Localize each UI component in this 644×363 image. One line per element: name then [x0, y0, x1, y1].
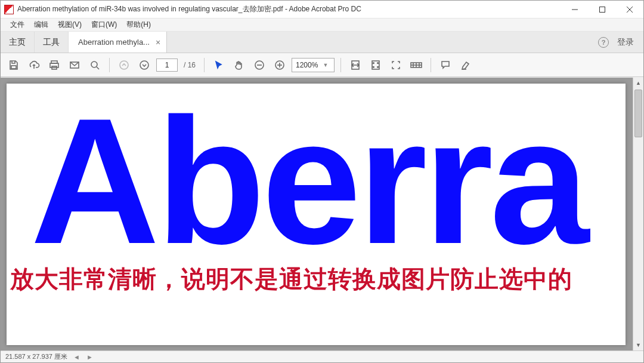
save-icon[interactable] — [5, 57, 22, 73]
window-title: Aberration methylation of miR-34b was in… — [17, 4, 361, 14]
zoom-value: 1200% — [296, 61, 318, 69]
toolbar-separator — [109, 58, 110, 72]
menu-help[interactable]: 帮助(H) — [123, 20, 154, 30]
page-up-icon[interactable] — [116, 57, 132, 73]
svg-line-10 — [97, 67, 99, 69]
tab-close-icon[interactable]: × — [156, 38, 160, 47]
comment-icon[interactable] — [437, 57, 454, 73]
toolbar-separator — [340, 58, 341, 72]
content-area: Aberra 放大非常清晰，说明不是通过转换成图片防止选中的 ▲ ▼ — [1, 78, 643, 350]
tab-document-label: Aberration methyla... — [78, 38, 150, 47]
cloud-upload-icon[interactable] — [26, 57, 42, 73]
menu-view[interactable]: 视图(V) — [54, 20, 85, 30]
vertical-scrollbar[interactable]: ▲ ▼ — [633, 78, 643, 350]
chevron-down-icon: ▼ — [323, 62, 328, 68]
toolbar-separator — [204, 58, 205, 72]
page-total-label: / 16 — [181, 61, 198, 69]
menu-window[interactable]: 窗口(W) — [88, 20, 120, 30]
svg-rect-1 — [600, 7, 605, 12]
toolbar-separator — [431, 58, 431, 72]
zoom-in-icon[interactable] — [271, 57, 288, 73]
menubar: 文件 编辑 视图(V) 窗口(W) 帮助(H) — [1, 19, 643, 32]
tab-document[interactable]: Aberration methyla... × — [69, 32, 167, 53]
scroll-thumb[interactable] — [634, 90, 642, 137]
fullscreen-icon[interactable] — [388, 57, 404, 73]
mail-icon[interactable] — [66, 57, 83, 73]
svg-point-12 — [140, 61, 148, 69]
horizontal-scroll-arrows[interactable]: ◄ ► — [73, 353, 95, 361]
tab-tools[interactable]: 工具 — [35, 32, 69, 53]
login-link[interactable]: 登录 — [617, 37, 634, 48]
print-icon[interactable] — [46, 57, 63, 73]
fit-width-icon[interactable] — [347, 57, 364, 73]
maximize-button[interactable] — [589, 1, 616, 18]
fit-page-icon[interactable] — [367, 57, 384, 73]
tab-home[interactable]: 主页 — [1, 32, 35, 53]
page-down-icon[interactable] — [136, 57, 153, 73]
help-icon[interactable]: ? — [598, 37, 609, 48]
app-icon — [4, 5, 14, 14]
tabbar: 主页 工具 Aberration methyla... × ? 登录 — [1, 32, 643, 53]
document-annotation-text: 放大非常清晰，说明不是通过转换成图片防止选中的 — [10, 263, 572, 296]
document-viewport[interactable]: Aberra 放大非常清晰，说明不是通过转换成图片防止选中的 — [1, 78, 633, 350]
status-coordinates: 21.587 x 27.937 厘米 — [5, 352, 67, 361]
window-controls — [561, 1, 643, 18]
svg-rect-4 — [11, 66, 16, 69]
highlight-icon[interactable] — [457, 57, 474, 73]
page-number-input[interactable] — [156, 59, 178, 72]
zoom-dropdown[interactable]: 1200% ▼ — [292, 58, 335, 72]
svg-point-9 — [91, 61, 97, 67]
menu-file[interactable]: 文件 — [7, 20, 28, 30]
scroll-down-icon[interactable]: ▼ — [633, 340, 643, 350]
pdf-page: Aberra 放大非常清晰，说明不是通过转换成图片防止选中的 — [7, 84, 626, 345]
minimize-button[interactable] — [561, 1, 589, 18]
statusbar: 21.587 x 27.937 厘米 ◄ ► — [1, 350, 643, 362]
svg-rect-19 — [372, 61, 379, 69]
close-button[interactable] — [616, 1, 643, 18]
selection-tool-icon[interactable] — [210, 57, 227, 73]
hand-tool-icon[interactable] — [231, 57, 247, 73]
document-heading-text: Aberra — [30, 84, 586, 284]
svg-point-11 — [120, 61, 128, 69]
scroll-up-icon[interactable]: ▲ — [633, 78, 643, 88]
titlebar: Aberration methylation of miR-34b was in… — [1, 1, 643, 19]
svg-rect-6 — [50, 63, 58, 67]
read-mode-icon[interactable] — [408, 57, 425, 73]
toolbar: / 16 1200% ▼ — [1, 53, 643, 77]
zoom-out-icon[interactable] — [251, 57, 268, 73]
menu-edit[interactable]: 编辑 — [30, 20, 52, 30]
search-icon[interactable] — [86, 57, 103, 73]
